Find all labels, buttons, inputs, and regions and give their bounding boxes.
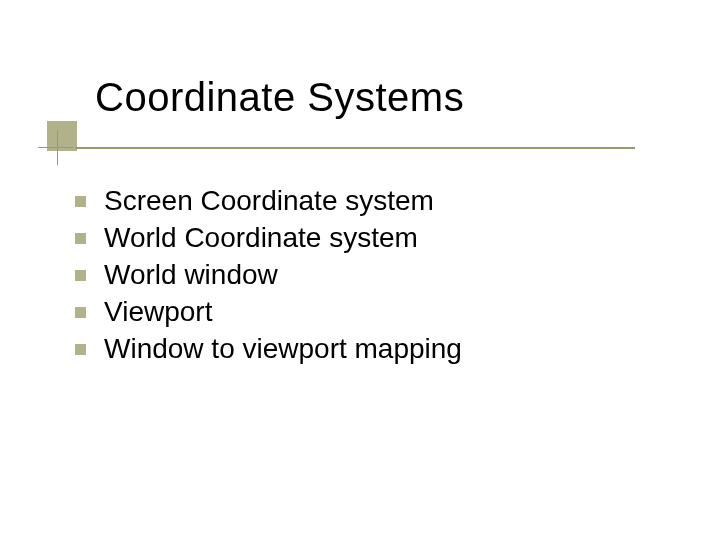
bullet-text: Viewport xyxy=(104,296,212,328)
list-item: Window to viewport mapping xyxy=(75,333,462,365)
list-item: World Coordinate system xyxy=(75,222,462,254)
title-block: Coordinate Systems xyxy=(50,75,464,120)
square-bullet-icon xyxy=(75,344,86,355)
square-bullet-icon xyxy=(75,270,86,281)
list-item: Viewport xyxy=(75,296,462,328)
title-accent-plus-horizontal xyxy=(38,147,73,148)
list-item: World window xyxy=(75,259,462,291)
square-bullet-icon xyxy=(75,233,86,244)
slide-title: Coordinate Systems xyxy=(95,75,464,120)
title-underline xyxy=(75,147,635,149)
slide-content: Screen Coordinate system World Coordinat… xyxy=(75,185,462,370)
bullet-text: World Coordinate system xyxy=(104,222,418,254)
bullet-text: World window xyxy=(104,259,278,291)
bullet-text: Screen Coordinate system xyxy=(104,185,434,217)
bullet-text: Window to viewport mapping xyxy=(104,333,462,365)
square-bullet-icon xyxy=(75,307,86,318)
list-item: Screen Coordinate system xyxy=(75,185,462,217)
square-bullet-icon xyxy=(75,196,86,207)
